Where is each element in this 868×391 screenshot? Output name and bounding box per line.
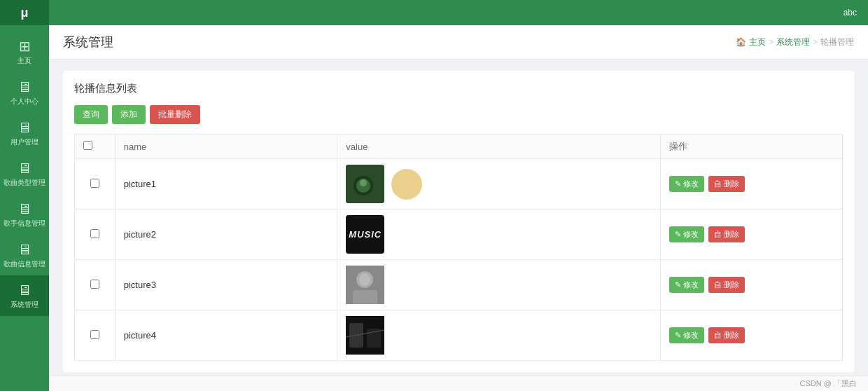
- sidebar-item-song-mgmt[interactable]: 🖥 歌曲信息管理: [0, 235, 49, 275]
- svg-rect-6: [353, 290, 377, 304]
- sidebar-item-profile[interactable]: 🖥 个人中心: [0, 72, 49, 113]
- delete-button-2[interactable]: 自 删除: [708, 226, 745, 242]
- row-checkbox-2[interactable]: [90, 229, 99, 238]
- table-row: picture1: [75, 159, 843, 210]
- picture1-image: [346, 165, 384, 203]
- action-group-1: ✎ 修改 自 删除: [669, 176, 834, 192]
- table-row: picture4: [75, 310, 843, 361]
- td-action-3: ✎ 修改 自 删除: [661, 260, 843, 310]
- sidebar-item-label-home: 主页: [18, 57, 31, 65]
- td-value-4: [337, 310, 661, 361]
- profile-icon: 🖥: [18, 79, 31, 95]
- td-checkbox-2: [75, 210, 115, 260]
- user-info: abc: [844, 8, 857, 18]
- row-checkbox-1[interactable]: [90, 179, 99, 188]
- bottombar-text: CSDN @ 「黑白: [800, 378, 857, 389]
- toolbar: 查询 添加 批量删除: [74, 105, 843, 124]
- sidebar-item-singer-mgmt[interactable]: 🖥 歌手信息管理: [0, 194, 49, 235]
- sidebar-item-label-user-mgmt: 用户管理: [10, 138, 38, 146]
- batch-delete-button[interactable]: 批量删除: [150, 105, 200, 124]
- page-header: 系统管理 🏠 主页 > 系统管理 > 轮播管理: [49, 25, 868, 60]
- table-header-row: name value 操作: [75, 135, 843, 159]
- td-value-2: MUSIC: [337, 210, 661, 260]
- svg-point-7: [359, 273, 370, 286]
- svg-point-3: [360, 179, 367, 186]
- picture2-image: MUSIC: [346, 215, 384, 254]
- edit-button-3[interactable]: ✎ 修改: [669, 277, 704, 293]
- row-checkbox-4[interactable]: [90, 330, 99, 339]
- breadcrumb-home-link[interactable]: 主页: [749, 36, 766, 48]
- th-checkbox: [75, 135, 115, 159]
- sys-mgmt-icon: 🖥: [18, 282, 31, 299]
- td-action-4: ✎ 修改 自 删除: [661, 310, 843, 361]
- main: 系统管理 🏠 主页 > 系统管理 > 轮播管理 轮播信息列表 查询 添加 批量删…: [49, 25, 868, 391]
- sidebar: ⊞ 主页 🖥 个人中心 🖥 用户管理 🖥 歌曲类型管理 🖥 歌手信息管理 🖥 歌…: [0, 25, 49, 391]
- delete-button-1[interactable]: 自 删除: [708, 176, 745, 192]
- td-value-1: [337, 159, 661, 210]
- sidebar-item-label-singer-mgmt: 歌手信息管理: [4, 219, 46, 228]
- sidebar-item-label-song-mgmt: 歌曲信息管理: [4, 260, 46, 268]
- song-type-icon: 🖥: [18, 160, 31, 177]
- td-action-1: ✎ 修改 自 删除: [661, 159, 843, 210]
- edit-button-1[interactable]: ✎ 修改: [669, 176, 704, 192]
- singer-mgmt-icon: 🖥: [18, 201, 31, 217]
- edit-button-2[interactable]: ✎ 修改: [669, 226, 704, 242]
- sidebar-item-label-song-type-mgmt: 歌曲类型管理: [4, 179, 46, 187]
- td-action-2: ✎ 修改 自 删除: [661, 210, 843, 260]
- data-table: name value 操作 picture1: [74, 134, 843, 361]
- action-group-4: ✎ 修改 自 删除: [669, 327, 834, 343]
- svg-rect-10: [367, 329, 381, 348]
- th-value: value: [337, 135, 661, 159]
- delete-button-3[interactable]: 自 删除: [708, 277, 745, 293]
- section-title: 轮播信息列表: [74, 82, 843, 95]
- logo-text: μ: [20, 6, 28, 20]
- action-group-3: ✎ 修改 自 删除: [669, 277, 834, 293]
- song-mgmt-icon: 🖥: [18, 242, 31, 258]
- user-mgmt-icon: 🖥: [18, 120, 31, 136]
- sidebar-item-user-mgmt[interactable]: 🖥 用户管理: [0, 113, 49, 153]
- logo: μ: [0, 0, 49, 25]
- sidebar-item-label-sys-mgmt: 系统管理: [10, 301, 38, 309]
- delete-button-4[interactable]: 自 删除: [708, 327, 745, 343]
- td-checkbox-4: [75, 310, 115, 361]
- value-cell-3: [346, 266, 652, 304]
- breadcrumb-current: 轮播管理: [820, 36, 854, 48]
- table-row: picture2 MUSIC ✎ 修改 自 删除: [75, 210, 843, 260]
- query-button[interactable]: 查询: [74, 105, 108, 124]
- sidebar-item-sys-mgmt[interactable]: 🖥 系统管理: [0, 275, 49, 316]
- picture3-image: [346, 266, 384, 304]
- td-name-1: picture1: [115, 159, 337, 210]
- topbar: μ abc: [0, 0, 868, 25]
- th-name: name: [115, 135, 337, 159]
- bottombar: CSDN @ 「黑白: [49, 376, 868, 391]
- value-cell-4: [346, 316, 652, 355]
- breadcrumb-sys-link[interactable]: 系统管理: [776, 36, 810, 48]
- add-button[interactable]: 添加: [112, 105, 146, 124]
- row-checkbox-3[interactable]: [90, 280, 99, 289]
- home-icon: ⊞: [19, 38, 31, 55]
- value-cell-2: MUSIC: [346, 215, 652, 254]
- td-name-4: picture4: [115, 310, 337, 361]
- sidebar-item-home[interactable]: ⊞ 主页: [0, 31, 49, 72]
- th-action: 操作: [661, 135, 843, 159]
- value-cell-1: [346, 165, 652, 203]
- td-name-2: picture2: [115, 210, 337, 260]
- td-name-3: picture3: [115, 260, 337, 310]
- sidebar-item-song-type-mgmt[interactable]: 🖥 歌曲类型管理: [0, 153, 49, 194]
- breadcrumb-sep2: >: [813, 37, 818, 47]
- picture4-image: [346, 316, 384, 355]
- td-checkbox-1: [75, 159, 115, 210]
- breadcrumb-sep1: >: [769, 37, 774, 47]
- action-group-2: ✎ 修改 自 删除: [669, 226, 834, 242]
- content: 轮播信息列表 查询 添加 批量删除 name v: [49, 60, 868, 376]
- breadcrumb: 🏠 主页 > 系统管理 > 轮播管理: [736, 36, 854, 48]
- sidebar-item-label-profile: 个人中心: [10, 97, 38, 106]
- page-title: 系统管理: [63, 34, 113, 50]
- select-all-checkbox[interactable]: [83, 141, 92, 150]
- edit-button-4[interactable]: ✎ 修改: [669, 327, 704, 343]
- content-card: 轮播信息列表 查询 添加 批量删除 name v: [63, 71, 854, 372]
- breadcrumb-home-icon: 🏠: [736, 37, 746, 47]
- td-checkbox-3: [75, 260, 115, 310]
- table-row: picture3: [75, 260, 843, 310]
- layout: ⊞ 主页 🖥 个人中心 🖥 用户管理 🖥 歌曲类型管理 🖥 歌手信息管理 🖥 歌…: [0, 25, 868, 391]
